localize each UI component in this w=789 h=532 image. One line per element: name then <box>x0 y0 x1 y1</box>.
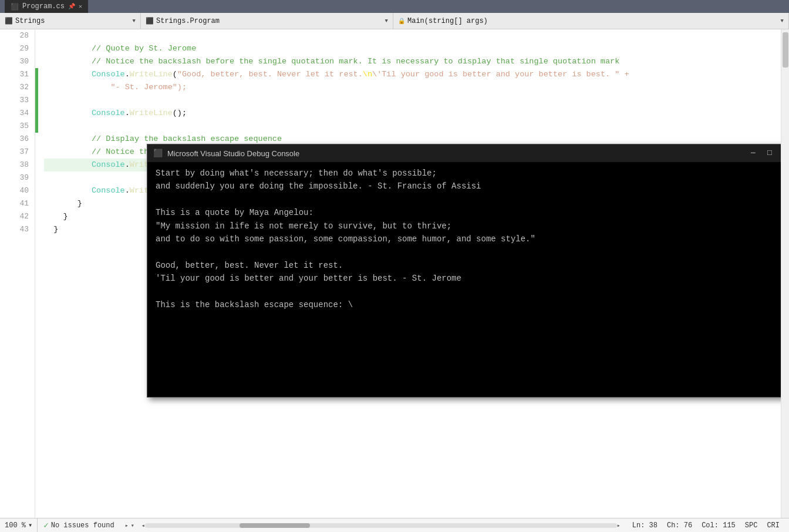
string-32: "- St. Jerome"); <box>110 83 187 92</box>
class-dropdown[interactable]: ⬛ Strings.Program ▼ <box>141 13 393 29</box>
issues-text: No issues found <box>51 521 114 530</box>
line-num-34: 34 <box>0 107 35 120</box>
line-num-39: 39 <box>0 171 35 184</box>
editor-area: 28 29 30 31 32 33 34 35 36 37 38 39 40 4… <box>0 29 789 518</box>
debug-console: ⬛ Microsoft Visual Studio Debug Console … <box>147 144 781 398</box>
console-line-blank1 <box>156 193 781 206</box>
pin-button[interactable]: 📌 <box>68 3 75 10</box>
class-console-38: Console <box>92 160 125 169</box>
method-dropdown[interactable]: 🔒 Main(string[] args) ▼ <box>393 13 789 29</box>
console-title: Microsoft Visual Studio Debug Console <box>167 149 299 158</box>
file-tab[interactable]: ⬛ Program.cs 📌 ✕ <box>5 0 88 13</box>
status-bar: 100 % ▾ ✓ No issues found ▸ ▾ ◂ ▸ Ln: 38… <box>0 518 789 532</box>
line-num-28: 28 <box>0 29 35 42</box>
console-line-1: Start by doing what's necessary; then do… <box>156 167 781 180</box>
method-label: Main(string[] args) <box>407 17 488 25</box>
zoom-value: 100 % <box>5 521 26 530</box>
console-close-button[interactable]: ✕ <box>780 149 781 158</box>
line-num-36: 36 <box>0 133 35 146</box>
console-output: Start by doing what's necessary; then do… <box>147 162 781 397</box>
nav-control[interactable]: ▸ ▾ <box>120 518 139 532</box>
encoding-status: SPC <box>745 521 758 530</box>
zoom-control[interactable]: 100 % ▾ <box>0 518 38 532</box>
code-line-32: "- St. Jerome"); <box>44 81 781 94</box>
code-line-33 <box>44 94 781 107</box>
code-line-34: Console.WriteLine(); <box>44 107 781 120</box>
line-number-status: Ln: 38 <box>632 521 658 530</box>
line-num-29: 29 <box>0 42 35 55</box>
line-num-41: 41 <box>0 197 35 210</box>
line-num-30: 30 <box>0 55 35 68</box>
title-bar: ⬛ Program.cs 📌 ✕ <box>0 0 789 13</box>
namespace-arrow: ▼ <box>133 18 136 24</box>
char-status: Ch: 76 <box>667 521 692 530</box>
comment-29: // Quote by St. Jerome <box>44 44 196 53</box>
line-num-37: 37 <box>0 146 35 159</box>
console-controls: ─ □ ✕ <box>747 149 781 158</box>
lock-icon: 🔒 <box>398 18 405 25</box>
close-tab-button[interactable]: ✕ <box>79 3 82 10</box>
line-num-43: 43 <box>0 223 35 236</box>
line-numbers: 28 29 30 31 32 33 34 35 36 37 38 39 40 4… <box>0 29 35 518</box>
console-app-icon: ⬛ <box>153 149 163 158</box>
line-num-40: 40 <box>0 184 35 197</box>
editor-scrollbar[interactable] <box>781 29 789 518</box>
tab-label: Program.cs <box>22 2 65 11</box>
line-ending-status: CRI <box>767 521 780 530</box>
code-line-29: // Quote by St. Jerome <box>44 42 781 55</box>
console-line-2: and suddenly you are doing the impossibl… <box>156 180 781 193</box>
code-line-28 <box>44 29 781 42</box>
console-minimize-button[interactable]: ─ <box>747 149 759 158</box>
comment-30: // Notice the backslash before the singl… <box>44 57 619 66</box>
console-line-blank3 <box>156 285 781 298</box>
console-maximize-button[interactable]: □ <box>764 149 775 158</box>
console-line-5: and to do so with some passion, some com… <box>156 233 781 245</box>
line-num-33: 33 <box>0 94 35 107</box>
scrollbar-thumb[interactable] <box>783 32 788 68</box>
nav-arrow: ▸ <box>125 522 129 529</box>
class-console-40: Console <box>92 186 125 195</box>
line-num-31: 31 <box>0 68 35 81</box>
comment-36: // Display the backslash escape sequence <box>44 134 282 143</box>
console-line-4: "My mission in life is not merely to sur… <box>156 220 781 233</box>
check-icon: ✓ <box>43 520 48 530</box>
class-console-34: Console <box>92 109 125 117</box>
zoom-arrow: ▾ <box>28 521 32 530</box>
method-writeline-34: WriteLine <box>130 109 173 117</box>
class-icon: ⬛ <box>146 17 154 25</box>
namespace-label: Strings <box>15 17 45 25</box>
status-right-info: Ln: 38 Ch: 76 Col: 115 SPC CRI <box>623 521 789 530</box>
scroll-control[interactable]: ◂ ▸ <box>139 522 623 529</box>
method-writeline-31: WriteLine <box>130 70 173 79</box>
console-line-8: This is the backslash escape sequence: \ <box>156 298 781 311</box>
toolbar-row: ⬛ Strings ▼ ⬛ Strings.Program ▼ 🔒 Main(s… <box>0 13 789 29</box>
namespace-icon: ⬛ <box>5 17 13 25</box>
line-num-32: 32 <box>0 81 35 94</box>
class-label: Strings.Program <box>156 17 220 25</box>
class-console-31: Console <box>92 70 125 79</box>
console-line-blank2 <box>156 245 781 258</box>
code-line-30: // Notice the backslash before the singl… <box>44 55 781 68</box>
code-editor[interactable]: // Quote by St. Jerome // Notice the bac… <box>38 29 781 518</box>
h-scrollbar-thumb[interactable] <box>240 523 311 528</box>
scroll-right-arrow[interactable]: ▸ <box>617 522 621 529</box>
string-31: "Good, better, best. Never let it rest.\… <box>177 70 629 79</box>
console-line-6: Good, better, best. Never let it rest. <box>156 259 781 272</box>
console-titlebar: ⬛ Microsoft Visual Studio Debug Console … <box>147 144 781 162</box>
scroll-left-arrow[interactable]: ◂ <box>141 522 145 529</box>
file-icon: ⬛ <box>11 3 19 11</box>
line-num-38: 38 <box>0 159 35 171</box>
method-arrow: ▼ <box>781 18 784 24</box>
console-line-7: 'Til your good is better and your better… <box>156 272 781 285</box>
horizontal-scrollbar[interactable] <box>145 523 617 528</box>
issues-indicator[interactable]: ✓ No issues found <box>38 518 120 532</box>
nav-down-arrow: ▾ <box>131 522 134 529</box>
class-arrow: ▼ <box>385 18 388 24</box>
code-line-31: Console.WriteLine("Good, better, best. N… <box>44 68 781 81</box>
code-line-35 <box>44 120 781 133</box>
console-line-3: This is a quote by Maya Angelou: <box>156 206 781 219</box>
col-status: Col: 115 <box>702 521 736 530</box>
namespace-dropdown[interactable]: ⬛ Strings ▼ <box>0 13 141 29</box>
line-num-42: 42 <box>0 210 35 223</box>
line-num-35: 35 <box>0 120 35 133</box>
